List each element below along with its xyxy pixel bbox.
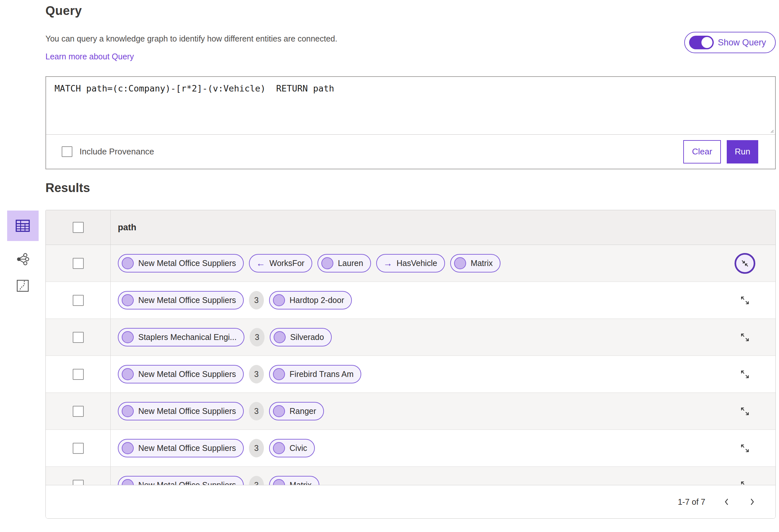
row-checkbox-cell bbox=[46, 393, 111, 429]
table-body: New Metal Office Suppliers←WorksForLaure… bbox=[46, 245, 775, 504]
entity-pill[interactable]: New Metal Office Suppliers bbox=[118, 365, 244, 384]
expand-icon bbox=[740, 295, 750, 305]
clear-button[interactable]: Clear bbox=[683, 140, 721, 163]
expand-cell bbox=[731, 282, 759, 319]
entity-label: Civic bbox=[290, 444, 307, 453]
entity-label: Silverado bbox=[290, 332, 324, 342]
expand-icon bbox=[740, 444, 750, 453]
entity-pill[interactable]: New Metal Office Suppliers bbox=[118, 291, 244, 310]
link-chart-view-button[interactable] bbox=[13, 251, 33, 268]
expand-row-button[interactable] bbox=[740, 444, 750, 453]
row-checkbox[interactable] bbox=[73, 332, 84, 343]
entity-node-icon bbox=[122, 257, 134, 269]
row-checkbox-cell bbox=[46, 430, 111, 466]
table-row: New Metal Office Suppliers3Civic bbox=[46, 430, 775, 467]
entity-pill[interactable]: Staplers Mechanical Engi... bbox=[118, 328, 244, 346]
entity-label: New Metal Office Suppliers bbox=[138, 370, 236, 379]
entity-pill[interactable]: Firebird Trans Am bbox=[269, 365, 361, 384]
include-provenance-label: Include Provenance bbox=[79, 147, 154, 157]
entity-pill[interactable]: Silverado bbox=[270, 328, 332, 346]
row-checkbox-cell bbox=[46, 319, 111, 355]
entity-pill[interactable]: Hardtop 2-door bbox=[269, 291, 352, 310]
entity-label: Matrix bbox=[471, 259, 493, 268]
toggle-knob bbox=[702, 37, 712, 48]
select-all-checkbox[interactable] bbox=[73, 222, 84, 233]
show-query-label: Show Query bbox=[718, 38, 766, 48]
hop-count-badge: 3 bbox=[250, 328, 264, 346]
relationship-pill[interactable]: ←WorksFor bbox=[249, 254, 312, 272]
table-row: Staplers Mechanical Engi...3Silverado bbox=[46, 319, 775, 356]
query-editor: MATCH path=(c:Company)-[r*2]-(v:Vehicle)… bbox=[46, 77, 775, 135]
chevron-right-icon bbox=[749, 497, 755, 506]
relationship-pill[interactable]: →HasVehicle bbox=[376, 254, 445, 272]
table-header-row: path bbox=[46, 210, 775, 245]
entity-pill[interactable]: Ranger bbox=[269, 402, 324, 420]
path-cell: Staplers Mechanical Engi...3Silverado bbox=[111, 319, 731, 355]
chevron-left-icon bbox=[724, 497, 730, 506]
pagination-bar: 1-7 of 7 bbox=[46, 485, 775, 518]
relationship-label: WorksFor bbox=[269, 259, 304, 268]
expand-row-button[interactable] bbox=[740, 370, 750, 379]
expand-row-button[interactable] bbox=[740, 332, 750, 342]
row-checkbox-cell bbox=[46, 282, 111, 319]
entity-pill[interactable]: Lauren bbox=[317, 254, 371, 272]
path-cell: New Metal Office Suppliers3Civic bbox=[111, 430, 731, 466]
entity-label: New Metal Office Suppliers bbox=[138, 295, 236, 305]
run-button[interactable]: Run bbox=[727, 140, 758, 163]
row-checkbox[interactable] bbox=[73, 443, 84, 454]
row-checkbox-cell bbox=[46, 356, 111, 393]
collapse-icon bbox=[741, 259, 749, 268]
page-title: Query bbox=[46, 4, 776, 18]
row-checkbox[interactable] bbox=[73, 369, 84, 380]
previous-page-button[interactable] bbox=[720, 495, 734, 509]
row-checkbox[interactable] bbox=[73, 295, 84, 306]
expand-cell bbox=[731, 430, 759, 466]
hop-count-badge: 3 bbox=[249, 402, 264, 420]
entity-pill[interactable]: New Metal Office Suppliers bbox=[118, 402, 244, 420]
entity-node-icon bbox=[122, 331, 134, 343]
path-segments: New Metal Office Suppliers3Ranger bbox=[118, 402, 731, 420]
page-description: You can query a knowledge graph to ident… bbox=[46, 34, 776, 44]
expand-cell bbox=[731, 245, 759, 281]
learn-more-link[interactable]: Learn more about Query bbox=[46, 52, 134, 61]
path-segments: New Metal Office Suppliers3Civic bbox=[118, 439, 731, 457]
entity-node-icon bbox=[122, 405, 134, 417]
table-row: New Metal Office Suppliers3Hardtop 2-doo… bbox=[46, 282, 775, 319]
query-page: Query You can query a knowledge graph to… bbox=[0, 0, 779, 532]
results-table: path New Metal Office Suppliers←WorksFor… bbox=[46, 210, 776, 519]
entity-node-icon bbox=[273, 294, 285, 306]
include-provenance-checkbox[interactable] bbox=[62, 146, 72, 157]
entity-label: New Metal Office Suppliers bbox=[138, 406, 236, 416]
entity-label: Lauren bbox=[338, 259, 363, 268]
expand-row-button[interactable] bbox=[734, 253, 755, 274]
path-segments: New Metal Office Suppliers3Hardtop 2-doo… bbox=[118, 291, 731, 310]
row-checkbox-cell bbox=[46, 245, 111, 281]
entity-pill[interactable]: New Metal Office Suppliers bbox=[118, 254, 244, 272]
path-cell: New Metal Office Suppliers←WorksForLaure… bbox=[111, 245, 731, 281]
path-segments: New Metal Office Suppliers3Firebird Tran… bbox=[118, 365, 731, 384]
hop-count-badge: 3 bbox=[249, 439, 264, 457]
expand-cell bbox=[731, 319, 759, 355]
entity-node-icon bbox=[273, 368, 285, 380]
results-heading: Results bbox=[46, 181, 776, 195]
next-page-button[interactable] bbox=[745, 495, 759, 509]
entity-pill[interactable]: Civic bbox=[269, 439, 315, 457]
row-checkbox[interactable] bbox=[73, 258, 84, 269]
entity-pill[interactable]: New Metal Office Suppliers bbox=[118, 439, 244, 457]
relationship-direction-arrow-icon: → bbox=[383, 259, 393, 268]
view-switcher-rail bbox=[0, 210, 46, 519]
entity-node-icon bbox=[454, 257, 466, 269]
map-view-button[interactable] bbox=[13, 277, 33, 294]
toggle-switch-icon[interactable] bbox=[689, 36, 714, 49]
entity-label: Staplers Mechanical Engi... bbox=[138, 332, 237, 342]
entity-pill[interactable]: Matrix bbox=[450, 254, 500, 272]
entity-label: Firebird Trans Am bbox=[290, 370, 354, 379]
show-query-toggle[interactable]: Show Query bbox=[684, 32, 776, 53]
row-checkbox[interactable] bbox=[73, 406, 84, 417]
query-panel: MATCH path=(c:Company)-[r*2]-(v:Vehicle)… bbox=[46, 76, 776, 169]
path-cell: New Metal Office Suppliers3Ranger bbox=[111, 393, 731, 429]
expand-row-button[interactable] bbox=[740, 406, 750, 416]
expand-row-button[interactable] bbox=[740, 295, 750, 305]
query-input[interactable]: MATCH path=(c:Company)-[r*2]-(v:Vehicle)… bbox=[46, 77, 775, 134]
table-view-button[interactable] bbox=[7, 210, 39, 241]
